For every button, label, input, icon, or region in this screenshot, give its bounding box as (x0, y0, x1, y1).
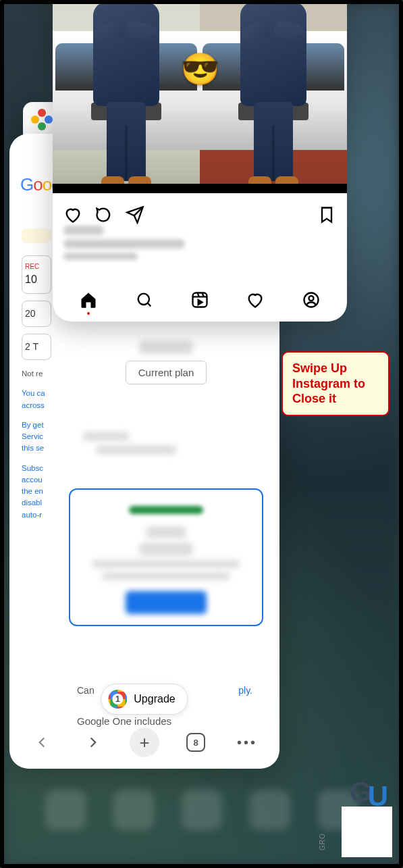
tab-profile[interactable] (302, 290, 321, 309)
save-button[interactable] (317, 205, 336, 224)
svg-point-3 (308, 296, 313, 301)
google-one-icon (108, 690, 127, 709)
post-caption (63, 226, 336, 264)
svg-point-0 (138, 294, 149, 305)
offer-cta-button[interactable] (126, 591, 207, 614)
app-card-instagram[interactable]: 😎 (53, 0, 347, 322)
post-media[interactable]: 😎 (53, 0, 347, 193)
back-button[interactable] (27, 727, 57, 757)
like-button[interactable] (63, 205, 82, 224)
new-tab-button[interactable]: + (130, 727, 159, 757)
upgrade-label: Upgrade (134, 693, 175, 705)
instagram-tab-bar (53, 290, 347, 309)
sunglasses-emoji: 😎 (181, 51, 219, 87)
tabs-button[interactable]: 8 (181, 727, 211, 757)
google-photos-icon (31, 109, 53, 130)
plan-option[interactable]: 20 (22, 301, 51, 327)
watermark: GU GRO (331, 796, 392, 857)
tab-activity[interactable] (246, 290, 265, 309)
tab-search[interactable] (135, 290, 154, 309)
tab-home[interactable] (79, 290, 98, 309)
notification-dot-icon (87, 312, 90, 315)
forward-button[interactable] (78, 727, 108, 757)
share-button[interactable] (126, 205, 144, 224)
current-plan-button[interactable]: Current plan (126, 361, 207, 384)
plan-option[interactable]: 2 T (22, 334, 51, 360)
menu-button[interactable]: ••• (232, 727, 262, 757)
plan-options-strip: REC10 20 2 T Not re You caacross By getS… (22, 228, 51, 521)
browser-toolbar: + 8 ••• (16, 723, 273, 762)
offer-card[interactable] (69, 488, 263, 626)
tab-reels[interactable] (190, 290, 209, 309)
svg-rect-1 (192, 293, 207, 307)
google-one-content: Current plan (69, 323, 263, 701)
upgrade-pill[interactable]: Upgrade (101, 684, 188, 715)
plan-option[interactable]: REC10 (22, 255, 51, 294)
annotation-callout: Swipe Up Instagram to Close it (281, 351, 389, 416)
comment-button[interactable] (95, 205, 113, 224)
